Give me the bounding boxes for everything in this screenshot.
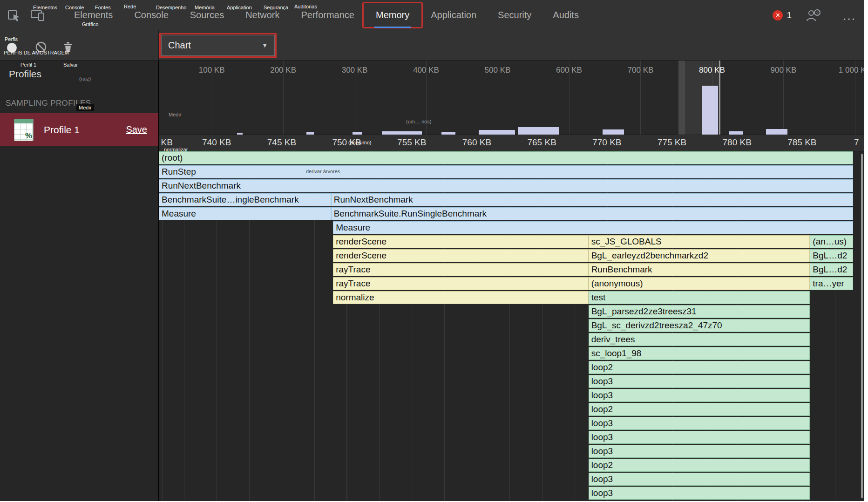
devtools-tab-bar: Elements Console Sources Network Perform… [63,0,590,30]
flame-frame[interactable]: rayTrace [333,277,588,290]
selection-left-handle[interactable] [678,61,685,135]
flame-frame[interactable]: loop2 [589,459,810,472]
overview-timeline[interactable]: 100 KB200 KB300 KB400 KB500 KB600 KB700 … [159,61,864,135]
axis-tick-label: 785 KB [787,137,816,148]
tab-security[interactable]: Security [487,0,542,30]
flame-frame[interactable]: (an…us) [810,235,853,248]
overview-histogram-bar [766,129,787,135]
heap-profile-icon: % [14,119,34,141]
flame-frame[interactable]: sc_JS_GLOBALS [589,235,810,248]
flame-frame[interactable]: Measure [333,221,853,234]
flame-frame[interactable]: BgL…d2 [810,249,853,262]
axis-tick-label: 780 KB [723,137,752,148]
translation-label: Memória [195,5,215,10]
flame-frame[interactable]: deriv_trees [589,333,810,346]
profiler-controls-toolbar [0,30,159,61]
translation-label: Fontes [95,5,111,10]
flame-frame[interactable]: test [589,291,810,304]
axis-tick-label: 760 KB [462,137,491,148]
tab-application[interactable]: Application [420,0,487,30]
svg-text:?: ? [816,10,818,15]
translation-label: derivar árvores [306,169,340,174]
flame-frame[interactable]: renderScene [333,249,588,262]
error-icon: × [773,10,783,20]
translation-label: Auditorias [294,4,317,9]
flame-frame[interactable]: RunNextBenchmark [331,193,853,206]
chart-view-select-value: Chart [168,40,191,51]
flame-frame[interactable]: rayTrace [333,263,588,276]
translation-label: Elementos [33,5,57,10]
vertical-scrollbar[interactable] [861,154,863,498]
flame-frame[interactable]: (root) [159,151,853,164]
overview-histogram-bar [729,131,743,135]
overview-tick-label: 600 KB [556,66,582,75]
flame-frame[interactable]: renderScene [333,235,588,248]
axis-tick-label: 7 [854,137,859,148]
translation-label: Application [227,5,252,10]
translation-label: Segurança [264,5,288,10]
overview-histogram-bar [382,131,422,135]
flame-frame[interactable]: BgL_parsezd2ze3treesz31 [589,305,810,318]
flame-frame[interactable]: BgL…d2 [810,263,853,276]
tab-audits[interactable]: Audits [542,0,590,30]
flame-frame[interactable]: BenchmarkSuite…ingleBenchmark [159,193,331,206]
feedback-person-icon[interactable]: ? [805,7,821,24]
overview-tick-label: 400 KB [413,66,439,75]
flame-frame[interactable]: BenchmarkSuite.RunSingleBenchmark [331,207,853,220]
flame-frame[interactable]: loop3 [589,375,810,388]
chevron-down-icon: ▼ [262,42,268,49]
translation-label: Medir [76,104,94,111]
flame-frame[interactable]: tra…yer [810,277,853,290]
overview-selection-window[interactable] [685,61,720,135]
profiles-sidebar: Profiles SAMPLING PROFILES % Profile 1 S… [0,61,159,501]
error-count-badge[interactable]: × 1 [773,10,792,20]
flame-frame[interactable]: loop3 [589,445,810,458]
flame-frame[interactable]: loop3 [589,487,810,500]
percent-glyph: % [25,131,32,141]
axis-tick-label: 745 KB [267,137,296,148]
memory-axis: KB740 KB745 KB750 KB755 KB760 KB765 KB77… [159,135,864,151]
profile-list-item[interactable]: % Profile 1 Save [0,113,158,146]
selection-right-handle[interactable] [719,61,720,135]
save-profile-link[interactable]: Save [126,124,147,135]
flame-frame[interactable]: sc_loop1_98 [589,347,810,360]
flame-frame[interactable]: loop3 [589,417,810,430]
flame-frame[interactable]: normalize [333,291,588,304]
axis-tick-label: 755 KB [397,137,426,148]
translation-label: PERFIS DE AMOSTRAGEM [4,50,69,55]
overview-tick-label: 900 KB [770,66,796,75]
flame-chart[interactable]: (root)RunStepRunNextBenchmarkBenchmarkSu… [159,151,864,501]
translation-label: normalizar [164,147,188,152]
profiles-panel-title: Profiles [9,68,41,80]
flame-frame[interactable]: RunStep [159,165,853,178]
translation-label: Salvar [63,62,78,68]
profile-name: Profile 1 [44,124,80,136]
flame-frame[interactable]: loop2 [589,403,810,416]
overview-tick-label: 300 KB [342,66,368,75]
toolbar-right-controls: × 1 ? … [773,7,868,24]
chart-view-select[interactable]: Chart ▼ [161,35,275,56]
flame-frame[interactable]: loop3 [589,431,810,444]
tab-memory[interactable]: Memory [365,0,420,30]
flame-frame[interactable]: RunBenchmark [589,263,810,276]
inspect-element-icon[interactable] [6,7,22,24]
overview-histogram-bar [518,127,559,135]
flame-frame[interactable]: loop2 [589,361,810,374]
translation-label: Rede [124,4,136,9]
flame-frame[interactable]: loop3 [589,389,810,402]
axis-tick-label: 770 KB [592,137,621,148]
error-count: 1 [787,10,792,20]
flame-frame[interactable]: loop3 [589,473,810,486]
flame-frame[interactable]: Measure [159,207,331,220]
overview-tick-label: 500 KB [485,66,511,75]
flame-frame[interactable]: BgL_earleyzd2benchmarkzd2 [589,249,810,262]
translation-label: Console [65,5,84,10]
flame-frame[interactable]: RunNextBenchmark [159,179,853,192]
window-frame-right [864,0,868,502]
translation-label: Gráfico [82,21,98,27]
flame-frame[interactable]: BgL_sc_derivzd2treesza2_47z70 [589,319,810,332]
flame-frame[interactable]: (anonymous) [589,277,810,290]
translation-label: Perfil 1 [20,62,36,68]
overview-tick-label: 700 KB [628,66,654,75]
more-menu-button[interactable]: … [842,11,857,20]
